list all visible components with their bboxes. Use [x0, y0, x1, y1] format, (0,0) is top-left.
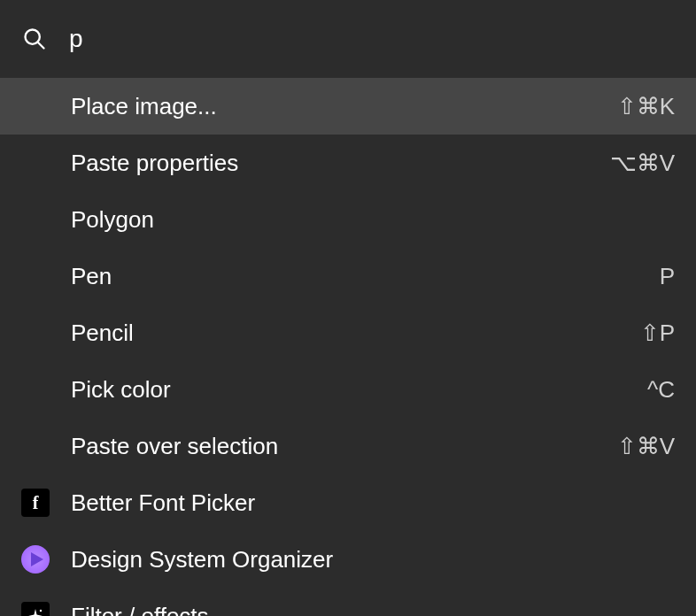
- item-label: Paste over selection: [71, 433, 596, 460]
- result-item-paste-properties[interactable]: Paste properties⌥⌘V: [0, 135, 696, 191]
- item-shortcut: ^C: [647, 376, 675, 404]
- result-item-design-system-organizer[interactable]: Design System Organizer: [0, 531, 696, 588]
- result-item-filter-effects[interactable]: Filter / effects: [0, 588, 696, 616]
- svg-line-1: [38, 42, 44, 49]
- result-item-place-image[interactable]: Place image...⇧⌘K: [0, 78, 696, 135]
- item-label: Filter / effects: [71, 603, 675, 617]
- svg-point-2: [40, 610, 42, 612]
- play-icon: [21, 545, 50, 574]
- item-icon-slot: [21, 205, 50, 234]
- result-item-paste-over-selection[interactable]: Paste over selection⇧⌘V: [0, 418, 696, 474]
- item-icon-slot: [21, 602, 50, 616]
- item-label: Design System Organizer: [71, 546, 675, 574]
- search-bar: [0, 0, 696, 78]
- item-shortcut: ⇧P: [640, 320, 675, 347]
- search-icon: [21, 26, 48, 52]
- results-list: Place image...⇧⌘KPaste properties⌥⌘VPoly…: [0, 78, 696, 616]
- font-icon: f: [21, 489, 50, 517]
- result-item-pen[interactable]: PenP: [0, 248, 696, 304]
- item-label: Place image...: [71, 93, 596, 120]
- item-label: Polygon: [71, 206, 675, 234]
- item-icon-slot: [21, 545, 50, 574]
- item-label: Pick color: [71, 376, 626, 404]
- item-icon-slot: [21, 375, 50, 404]
- search-input[interactable]: [69, 25, 675, 53]
- result-item-polygon[interactable]: Polygon: [0, 191, 696, 248]
- item-label: Pencil: [71, 320, 619, 347]
- item-label: Paste properties: [71, 150, 589, 177]
- item-shortcut: ⇧⌘V: [617, 433, 675, 460]
- item-icon-slot: [21, 149, 50, 177]
- item-shortcut: P: [660, 263, 675, 290]
- item-shortcut: ⌥⌘V: [610, 150, 675, 177]
- result-item-pick-color[interactable]: Pick color^C: [0, 361, 696, 418]
- item-icon-slot: [21, 262, 50, 290]
- item-icon-slot: [21, 432, 50, 460]
- item-shortcut: ⇧⌘K: [617, 93, 675, 120]
- item-icon-slot: f: [21, 489, 50, 517]
- item-label: Better Font Picker: [71, 489, 675, 517]
- result-item-better-font-picker[interactable]: fBetter Font Picker: [0, 474, 696, 531]
- result-item-pencil[interactable]: Pencil⇧P: [0, 304, 696, 361]
- item-label: Pen: [71, 263, 638, 290]
- sparkle-icon: [21, 602, 50, 616]
- item-icon-slot: [21, 319, 50, 347]
- item-icon-slot: [21, 92, 50, 120]
